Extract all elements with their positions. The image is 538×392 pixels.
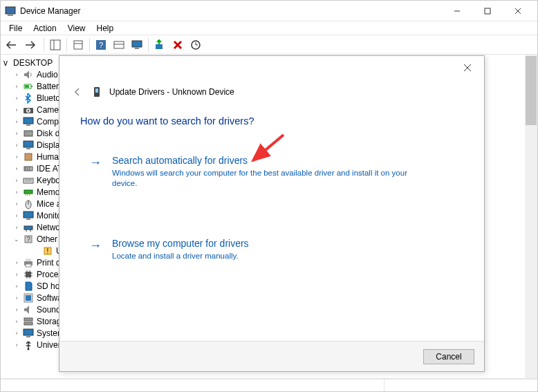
dialog-title: Update Drivers - Unknown Device bbox=[109, 87, 234, 97]
option-description: Locate and install a driver manually. bbox=[112, 251, 249, 261]
chevron-icon: › bbox=[13, 153, 20, 160]
memory-icon bbox=[23, 187, 34, 198]
svg-rect-30 bbox=[24, 131, 33, 136]
chevron-icon: › bbox=[13, 130, 20, 137]
display-icon bbox=[23, 140, 34, 151]
svg-rect-59 bbox=[26, 264, 31, 267]
network-icon bbox=[23, 222, 34, 233]
svg-rect-1 bbox=[8, 15, 13, 16]
keyboard-icon bbox=[23, 175, 34, 186]
maximize-button[interactable] bbox=[472, 1, 503, 21]
chevron-icon: › bbox=[13, 271, 20, 278]
svg-text:?: ? bbox=[99, 41, 103, 49]
option-search-automatically[interactable]: → Search automatically for drivers Windo… bbox=[80, 147, 463, 196]
svg-rect-73 bbox=[24, 329, 33, 335]
audio-icon bbox=[23, 69, 34, 80]
mouse-icon bbox=[23, 198, 34, 209]
processor-icon bbox=[23, 269, 34, 280]
bluetooth-icon bbox=[23, 93, 34, 104]
unknown-icon: ! bbox=[42, 245, 53, 256]
sound-icon bbox=[23, 304, 34, 315]
chevron-icon: › bbox=[13, 71, 20, 78]
chevron-icon: › bbox=[13, 224, 20, 231]
svg-rect-32 bbox=[24, 141, 33, 147]
hid-icon bbox=[23, 151, 34, 162]
scan-hardware-icon[interactable] bbox=[187, 37, 204, 53]
svg-rect-58 bbox=[26, 259, 31, 261]
scrollbar-thumb[interactable] bbox=[526, 56, 537, 125]
svg-rect-6 bbox=[50, 40, 60, 50]
option-description: Windows will search your computer for th… bbox=[112, 168, 416, 189]
menu-help[interactable]: Help bbox=[91, 22, 120, 35]
svg-rect-14 bbox=[132, 41, 142, 47]
svg-text:?: ? bbox=[26, 236, 30, 243]
help-icon[interactable]: ? bbox=[93, 37, 109, 53]
app-icon bbox=[5, 6, 16, 17]
cancel-button[interactable]: Cancel bbox=[423, 349, 474, 364]
menu-file[interactable]: File bbox=[3, 22, 28, 35]
menu-action[interactable]: Action bbox=[28, 22, 62, 35]
svg-text:!: ! bbox=[47, 248, 49, 255]
chevron-icon: › bbox=[13, 330, 20, 337]
svg-rect-8 bbox=[74, 41, 82, 49]
other-icon: ? bbox=[23, 234, 34, 245]
system-icon bbox=[23, 328, 34, 339]
forward-icon[interactable] bbox=[21, 37, 38, 53]
monitor-icon[interactable] bbox=[129, 37, 145, 53]
dialog-body: How do you want to search for drivers? →… bbox=[59, 104, 484, 341]
show-hide-tree-icon[interactable] bbox=[47, 37, 64, 53]
chevron-icon: › bbox=[13, 165, 20, 172]
option-title: Search automatically for drivers bbox=[112, 154, 416, 167]
printer-icon bbox=[23, 257, 34, 268]
chevron-icon: › bbox=[13, 177, 20, 184]
dialog-close-button[interactable] bbox=[455, 59, 480, 77]
minimize-button[interactable] bbox=[442, 1, 472, 21]
svg-rect-42 bbox=[24, 190, 33, 194]
svg-point-27 bbox=[28, 109, 30, 111]
back-icon[interactable] bbox=[3, 37, 20, 53]
chevron-icon: › bbox=[13, 118, 20, 125]
dialog-heading: How do you want to search for drivers? bbox=[80, 115, 463, 127]
svg-rect-49 bbox=[26, 218, 30, 220]
svg-rect-28 bbox=[24, 118, 33, 124]
chevron-icon: › bbox=[13, 212, 20, 219]
view-icon[interactable] bbox=[111, 37, 127, 53]
svg-rect-0 bbox=[6, 7, 15, 14]
device-icon bbox=[91, 86, 102, 97]
svg-rect-23 bbox=[31, 86, 33, 87]
update-driver-icon[interactable] bbox=[151, 37, 168, 53]
dialog-header: Update Drivers - Unknown Device bbox=[59, 80, 484, 104]
svg-rect-34 bbox=[25, 153, 32, 160]
chevron-icon: › bbox=[13, 283, 20, 290]
titlebar: Device Manager bbox=[1, 1, 537, 21]
option-browse-computer[interactable]: → Browse my computer for drivers Locate … bbox=[80, 230, 463, 268]
option-title: Browse my computer for drivers bbox=[112, 237, 249, 250]
statusbar bbox=[1, 379, 537, 391]
tree-root-label: DESKTOP bbox=[13, 58, 53, 68]
properties-icon[interactable] bbox=[70, 37, 86, 53]
ide-icon bbox=[23, 163, 34, 174]
chevron-icon: › bbox=[13, 83, 20, 90]
arrow-right-icon: → bbox=[89, 239, 102, 253]
chevron-icon: › bbox=[13, 200, 20, 207]
dialog-footer: Cancel bbox=[59, 341, 484, 371]
chevron-icon: › bbox=[13, 259, 20, 266]
dialog-back-button[interactable] bbox=[71, 85, 84, 99]
svg-rect-74 bbox=[26, 336, 30, 337]
menu-view[interactable]: View bbox=[62, 22, 91, 35]
svg-rect-3 bbox=[485, 8, 490, 14]
scrollbar[interactable] bbox=[525, 55, 537, 378]
close-button[interactable] bbox=[503, 1, 533, 21]
svg-rect-29 bbox=[26, 124, 30, 126]
chevron-icon: ⌄ bbox=[13, 236, 20, 243]
svg-rect-16 bbox=[156, 44, 163, 49]
battery-icon bbox=[23, 81, 34, 92]
menubar: File Action View Help bbox=[1, 21, 537, 35]
uninstall-icon[interactable] bbox=[169, 37, 186, 53]
svg-rect-48 bbox=[24, 212, 33, 218]
svg-rect-33 bbox=[26, 148, 30, 149]
camera-icon bbox=[23, 104, 34, 115]
chevron-icon: › bbox=[13, 306, 20, 313]
chevron-icon: › bbox=[13, 189, 20, 196]
chevron-icon: › bbox=[13, 142, 20, 149]
